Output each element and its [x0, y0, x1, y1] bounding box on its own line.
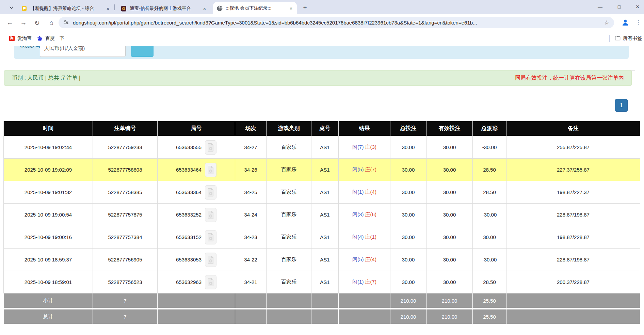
cell-result: 闲(5) 庄(4): [339, 249, 390, 271]
footer-empty: [235, 309, 267, 324]
round-replay-icon[interactable]: [205, 185, 216, 200]
window-maximize-button[interactable]: □: [611, 0, 627, 14]
cell-remark: 228.87/198.87: [506, 249, 640, 271]
scrollbar-track[interactable]: [641, 46, 641, 335]
forward-button[interactable]: →: [19, 18, 28, 27]
cell-round-number: 653632963: [158, 271, 235, 293]
cell-time: 2025-10-09 19:00:16: [4, 226, 93, 249]
grand-total-row: 总计7210.00210.0025.50: [4, 309, 640, 324]
pagination-page-1-button[interactable]: 1: [615, 99, 628, 112]
cell-remark: 198.87/227.37: [506, 181, 640, 204]
bookmarks-bar: 淘 爱淘宝 百度一下 所有书签: [0, 31, 644, 46]
tab-close-icon[interactable]: ×: [105, 5, 111, 12]
result-player: 闲(7): [352, 144, 364, 150]
cell-total-bet[interactable]: 30.00: [390, 271, 426, 293]
cell-session: 34-27: [235, 136, 267, 159]
footer-total-bet: 210.00: [390, 293, 426, 309]
home-button[interactable]: ⌂: [47, 18, 56, 27]
footer-empty: [506, 293, 640, 309]
column-header: 场次: [235, 121, 267, 136]
cell-table-number: AS1: [311, 271, 339, 293]
cell-total-bet[interactable]: 30.00: [390, 249, 426, 271]
column-header: 桌号: [311, 121, 339, 136]
browser-tab-forum[interactable]: 【新提醒】海燕策略论坛 - 综合 ×: [18, 3, 114, 14]
cell-total-bet[interactable]: 30.00: [390, 159, 426, 181]
address-bar[interactable]: dongshouji.com/ipl/portal.php/game/betre…: [59, 17, 614, 28]
cell-result: 闲(7) 庄(3): [339, 136, 390, 159]
tongbao-favicon-icon: [120, 5, 127, 12]
cell-table-number: AS1: [311, 159, 339, 181]
footer-payout: 25.50: [473, 293, 506, 309]
folder-icon: [615, 35, 621, 42]
result-banker: 庄(4): [365, 256, 376, 262]
cell-game-type: 百家乐: [267, 249, 311, 271]
round-replay-icon[interactable]: [205, 163, 216, 177]
bookmark-star-icon[interactable]: ☆: [604, 19, 609, 26]
cell-bet-number: 522877758808: [93, 159, 158, 181]
tab-search-chevron-icon[interactable]: [7, 4, 15, 11]
browser-tab-tongbao[interactable]: 通宝-信誉最好的网上游戏平台 ×: [117, 3, 210, 14]
column-header: 有效投注: [426, 121, 473, 136]
new-tab-button[interactable]: +: [301, 3, 309, 12]
cell-round-number: 653633152: [158, 226, 235, 249]
tab-title: 【新提醒】海燕策略论坛 - 综合: [30, 5, 101, 12]
cell-game-type: 百家乐: [267, 204, 311, 226]
browser-menu-icon[interactable]: ⋮: [634, 18, 642, 27]
cell-round-number: 653633364: [158, 181, 235, 204]
window-close-button[interactable]: ×: [630, 0, 644, 14]
cell-valid-bet: 30.00: [426, 249, 473, 271]
tab-title: :::视讯 会员下注纪录:::: [226, 5, 285, 11]
cell-total-bet[interactable]: 30.00: [390, 226, 426, 249]
summary-bar: 币别 : 人民币 | 总共 :7 注单 | 同局有效投注，统一计算在该局第一张注…: [4, 70, 632, 86]
globe-favicon-icon: [216, 5, 223, 11]
round-number-wrap: 653633053: [158, 253, 235, 267]
reload-button[interactable]: ↻: [33, 18, 42, 27]
round-replay-icon[interactable]: [205, 275, 216, 289]
table-row: 2025-10-09 18:59:37522877756905653633053…: [4, 249, 640, 271]
cell-bet-number: 522877757875: [93, 204, 158, 226]
filter-label: 币别形式:: [19, 46, 42, 49]
tab-close-icon[interactable]: ×: [202, 5, 208, 12]
round-replay-icon[interactable]: [205, 140, 216, 155]
cell-total-bet[interactable]: 30.00: [390, 136, 426, 159]
url-text[interactable]: dongshouji.com/ipl/portal.php/game/betre…: [73, 20, 601, 26]
cell-total-bet[interactable]: 30.00: [390, 181, 426, 204]
bookmark-aitaobao[interactable]: 淘 爱淘宝: [9, 34, 32, 43]
cell-result: 闲(4) 庄(1): [339, 226, 390, 249]
window-minimize-button[interactable]: —: [592, 0, 608, 14]
back-button[interactable]: ←: [5, 18, 14, 27]
cell-payout: 28.50: [473, 271, 506, 293]
round-replay-icon[interactable]: [205, 230, 216, 244]
footer-empty: [311, 309, 339, 324]
cell-session: 34-24: [235, 204, 267, 226]
bookmarks-divider: [609, 35, 610, 42]
result-player: 闲(4): [352, 234, 364, 240]
cell-bet-number: 522877758385: [93, 181, 158, 204]
cell-payout: 28.50: [473, 181, 506, 204]
tab-close-icon[interactable]: ×: [288, 5, 294, 11]
round-replay-icon[interactable]: [205, 253, 216, 267]
tab-title: 通宝-信誉最好的网上游戏平台: [130, 5, 198, 12]
browser-tab-active-bet-records[interactable]: :::视讯 会员下注纪录::: ×: [213, 2, 297, 14]
round-number: 653633152: [176, 234, 202, 240]
cell-table-number: AS1: [311, 204, 339, 226]
table-header-row: 时间注单编号局号场次游戏类别桌号结果总投注有效投注总派彩备注: [4, 121, 640, 136]
footer-empty: [506, 309, 640, 324]
all-bookmarks-label: 所有书签: [623, 35, 642, 42]
footer-empty: [158, 309, 235, 324]
footer-empty: [267, 293, 311, 309]
profile-avatar-icon[interactable]: [621, 18, 630, 27]
currency-select[interactable]: 人民币(出/入金额): [40, 46, 126, 57]
result-banker: 庄(3): [365, 144, 376, 150]
cell-session: 34-21: [235, 271, 267, 293]
table-row: 2025-10-09 18:59:01522877756523653632963…: [4, 271, 640, 293]
cell-table-number: AS1: [311, 226, 339, 249]
all-bookmarks-button[interactable]: 所有书签: [615, 34, 642, 43]
cell-payout: 28.50: [473, 159, 506, 181]
bookmark-baidu[interactable]: 百度一下: [37, 34, 64, 43]
cell-total-bet[interactable]: 30.00: [390, 204, 426, 226]
round-replay-icon[interactable]: [205, 208, 216, 222]
search-button[interactable]: [131, 46, 154, 57]
site-settings-icon[interactable]: [63, 19, 69, 26]
filter-panel: 币别形式: 人民币(出/入金额): [7, 46, 635, 70]
